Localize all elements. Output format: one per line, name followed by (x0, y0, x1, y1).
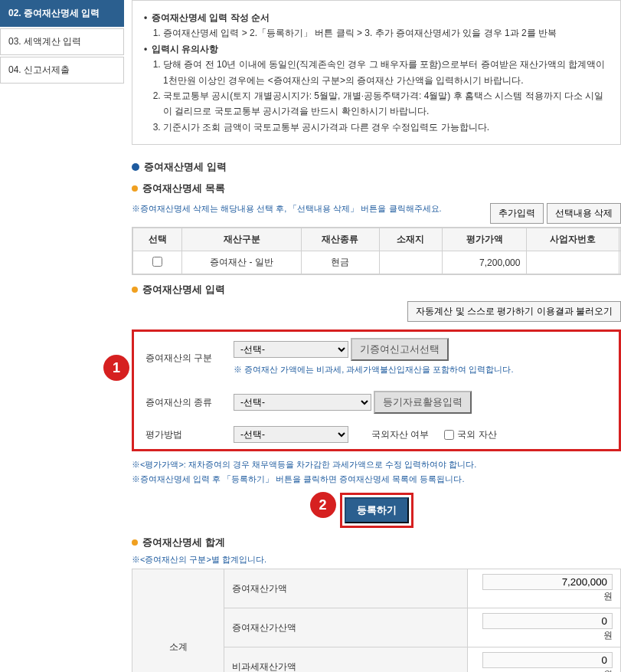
sum-title: 증여재산명세 합계 (142, 536, 225, 549)
section-header-form: 증여재산명세 입력 (132, 283, 621, 297)
property-table: 선택 재산구분 재산종류 소재지 평가가액 사업자번호 상호 증여재산 - 일반… (132, 228, 621, 274)
section-header-sum: 증여재산명세 합계 (132, 536, 621, 549)
foreign-check-label: 국외 자산 (457, 428, 496, 441)
unit: 원 (600, 630, 613, 641)
col-value: 평가가액 (443, 228, 527, 251)
cell-bizno (527, 251, 619, 274)
cell-division: 증여재산 - 일반 (182, 251, 302, 274)
sum-table: 소계 증여재산가액 원 증여재산가산액 원 비과세재산가액 원 과세가액불산입 … (132, 569, 621, 672)
division-select[interactable]: -선택- (234, 341, 348, 358)
auto-calc-button[interactable]: 자동계산 및 스스로 평가하기 이용결과 불러오기 (407, 301, 621, 322)
section-header-input: 증여재산명세 입력 (132, 160, 621, 174)
kind-select[interactable]: -선택- (234, 394, 371, 411)
col-bizno: 사업자번호 (527, 228, 619, 251)
unit: 원 (600, 591, 613, 602)
info-note-1: 당해 증여 전 10년 이내에 동일인(직계존속인 경우 그 배우자를 포함)으… (163, 57, 609, 88)
registry-input-button[interactable]: 등기자료활용입력 (374, 391, 472, 414)
table-row[interactable]: 증여재산 - 일반 현금 7,200,000 (133, 251, 622, 274)
info-title-2: 입력시 유의사항 (144, 41, 609, 57)
info-title-1: 증여재산명세 입력 작성 순서 (144, 10, 609, 25)
division-note: ※ 증여재산 가액에는 비과세, 과세가액불산입재산을 포함하여 입력합니다. (234, 364, 611, 375)
unit: 원 (600, 669, 613, 672)
form-title: 증여재산명세 입력 (142, 283, 225, 297)
prev-report-select-button[interactable]: 기증여신고서선택 (351, 338, 449, 361)
form-label-method: 평가방법 (134, 420, 226, 449)
section-header-list: 증여재산명세 목록 (132, 182, 621, 195)
row-checkbox[interactable] (152, 257, 162, 267)
register-button[interactable]: 등록하기 (345, 497, 409, 523)
form-label-kind: 증여재산의 종류 (134, 385, 226, 420)
col-location: 소재지 (379, 228, 443, 251)
form-label-division: 증여재산의 구분 (134, 332, 226, 385)
info-note-3: 기준시가 조회 금액이 국토교통부 공시가격과 다른 경우 수정입력도 가능합니… (163, 120, 609, 135)
sum-r1-value[interactable] (482, 574, 613, 590)
form-highlight-box: 1 증여재산의 구분 -선택- 기증여신고서선택 ※ 증여재산 가액에는 비과세… (132, 329, 621, 451)
property-table-wrap[interactable]: 선택 재산구분 재산종류 소재지 평가가액 사업자번호 상호 증여재산 - 일반… (132, 227, 621, 275)
list-delete-note: ※증여재산명세 삭제는 해당내용 선택 후, 「선택내용 삭제」 버튼을 클릭해… (132, 203, 442, 215)
sum-r1-label: 증여재산가액 (224, 569, 468, 608)
col-kind: 재산종류 (301, 228, 379, 251)
col-select: 선택 (133, 228, 182, 251)
sum-note: ※<증여재산의 구분>별 합계입니다. (132, 554, 621, 565)
valuation-note: ※<평가가액>: 재차증여의 경우 채무액등을 차가감한 과세가액으로 수정 입… (132, 459, 621, 470)
register-note: ※증여재산명세 입력 후 「등록하기」 버튼을 클릭하면 증여재산명세 목록에 … (132, 474, 621, 485)
bullet-icon (132, 539, 138, 546)
method-select[interactable]: -선택- (234, 426, 348, 443)
subtotal-label: 소계 (132, 569, 224, 672)
col-division: 재산구분 (182, 228, 302, 251)
list-title: 증여재산명세 목록 (142, 182, 225, 195)
sum-r3-label: 비과세재산가액 (224, 647, 468, 672)
section-title: 증여재산명세 입력 (144, 160, 227, 174)
cell-kind: 현금 (301, 251, 379, 274)
info-box: 증여재산명세 입력 작성 순서 증여재산명세 입력 > 2.「등록하기」 버튼 … (132, 0, 621, 145)
cell-location (379, 251, 443, 274)
bullet-icon (132, 185, 138, 192)
sidebar-item-property-detail[interactable]: 02. 증여재산명세 입력 (0, 0, 124, 27)
info-order-1: 증여재산명세 입력 > 2.「등록하기」 버튼 클릭 > 3. 추가 증여재산명… (163, 25, 609, 41)
bullet-icon (132, 287, 138, 293)
bullet-icon (132, 163, 139, 171)
register-button-wrap: 2 등록하기 (132, 493, 621, 528)
sum-r2-value[interactable] (482, 613, 613, 629)
sidebar-item-tax-calc[interactable]: 03. 세액계산 입력 (0, 28, 124, 55)
cell-value: 7,200,000 (443, 251, 527, 274)
sum-r2-label: 증여재산가산액 (224, 608, 468, 647)
foreign-label: 국외자산 여부 (371, 428, 429, 441)
sidebar-item-submit[interactable]: 04. 신고서제출 (0, 57, 124, 84)
sum-r3-value[interactable] (482, 652, 613, 668)
step-badge-2: 2 (310, 492, 336, 518)
foreign-checkbox[interactable] (444, 430, 454, 440)
sidebar: 02. 증여재산명세 입력 03. 세액계산 입력 04. 신고서제출 (0, 0, 124, 672)
add-input-button[interactable]: 추가입력 (490, 203, 544, 224)
step-badge-1: 1 (103, 355, 129, 381)
delete-selected-button[interactable]: 선택내용 삭제 (547, 203, 621, 224)
info-note-2: 국토교통부 공시(토지 개별공시지가: 5월말, 개별·공동주택가격: 4월말)… (163, 88, 609, 120)
